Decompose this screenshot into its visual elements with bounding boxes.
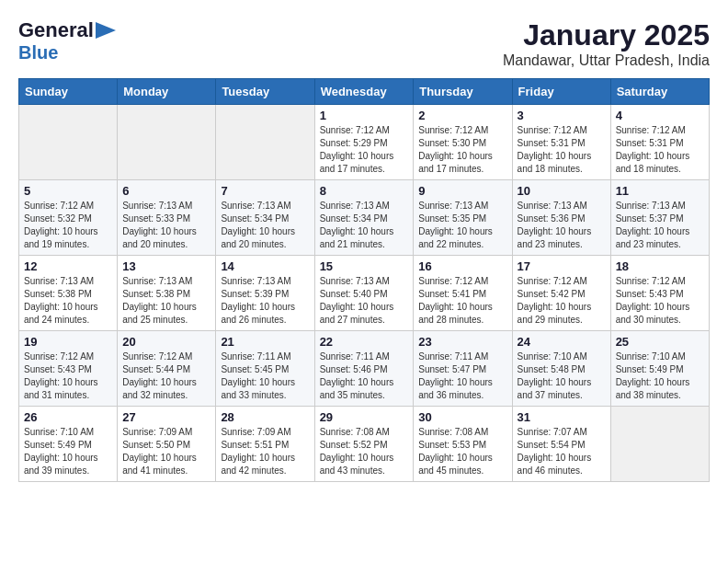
calendar-week-4: 19Sunrise: 7:12 AM Sunset: 5:43 PM Dayli…: [19, 331, 710, 407]
day-info: Sunrise: 7:10 AM Sunset: 5:48 PM Dayligh…: [518, 350, 606, 402]
calendar-cell: 10Sunrise: 7:13 AM Sunset: 5:36 PM Dayli…: [512, 180, 610, 256]
day-info: Sunrise: 7:13 AM Sunset: 5:39 PM Dayligh…: [221, 275, 309, 327]
calendar-cell: 4Sunrise: 7:12 AM Sunset: 5:31 PM Daylig…: [610, 105, 709, 180]
calendar-cell: 5Sunrise: 7:12 AM Sunset: 5:32 PM Daylig…: [19, 180, 118, 256]
day-number: 10: [518, 184, 606, 198]
calendar-cell: [610, 407, 709, 482]
day-info: Sunrise: 7:13 AM Sunset: 5:38 PM Dayligh…: [122, 275, 210, 327]
calendar-cell: 2Sunrise: 7:12 AM Sunset: 5:30 PM Daylig…: [414, 105, 512, 180]
calendar-week-5: 26Sunrise: 7:10 AM Sunset: 5:49 PM Dayli…: [19, 407, 710, 482]
calendar-cell: 26Sunrise: 7:10 AM Sunset: 5:49 PM Dayli…: [19, 407, 118, 482]
day-number: 1: [320, 109, 409, 122]
day-info: Sunrise: 7:08 AM Sunset: 5:52 PM Dayligh…: [320, 426, 409, 477]
day-number: 17: [518, 259, 606, 273]
calendar-cell: 22Sunrise: 7:11 AM Sunset: 5:46 PM Dayli…: [314, 331, 414, 407]
page-header: General Blue January 2025 Mandawar, Utta…: [18, 18, 710, 69]
day-number: 14: [221, 259, 309, 273]
calendar-cell: 1Sunrise: 7:12 AM Sunset: 5:29 PM Daylig…: [314, 105, 414, 180]
day-info: Sunrise: 7:13 AM Sunset: 5:34 PM Dayligh…: [221, 200, 309, 251]
day-info: Sunrise: 7:13 AM Sunset: 5:37 PM Dayligh…: [616, 200, 704, 251]
calendar-cell: 31Sunrise: 7:07 AM Sunset: 5:54 PM Dayli…: [512, 407, 610, 482]
day-number: 6: [122, 184, 210, 198]
calendar-cell: 27Sunrise: 7:09 AM Sunset: 5:50 PM Dayli…: [118, 407, 216, 482]
calendar-cell: 20Sunrise: 7:12 AM Sunset: 5:44 PM Dayli…: [118, 331, 216, 407]
logo: General Blue: [18, 18, 116, 63]
day-info: Sunrise: 7:13 AM Sunset: 5:40 PM Dayligh…: [320, 275, 409, 327]
day-info: Sunrise: 7:13 AM Sunset: 5:38 PM Dayligh…: [24, 275, 112, 327]
day-info: Sunrise: 7:12 AM Sunset: 5:43 PM Dayligh…: [616, 275, 704, 327]
day-info: Sunrise: 7:12 AM Sunset: 5:30 PM Dayligh…: [418, 124, 506, 176]
calendar-cell: 3Sunrise: 7:12 AM Sunset: 5:31 PM Daylig…: [512, 105, 610, 180]
weekday-header-thursday: Thursday: [414, 79, 512, 105]
calendar-cell: [19, 105, 118, 180]
calendar-week-2: 5Sunrise: 7:12 AM Sunset: 5:32 PM Daylig…: [19, 180, 710, 256]
calendar-cell: 6Sunrise: 7:13 AM Sunset: 5:33 PM Daylig…: [118, 180, 216, 256]
calendar-cell: 7Sunrise: 7:13 AM Sunset: 5:34 PM Daylig…: [216, 180, 314, 256]
calendar-cell: 28Sunrise: 7:09 AM Sunset: 5:51 PM Dayli…: [216, 407, 314, 482]
calendar-table: SundayMondayTuesdayWednesdayThursdayFrid…: [18, 78, 710, 482]
calendar-week-1: 1Sunrise: 7:12 AM Sunset: 5:29 PM Daylig…: [19, 105, 710, 180]
weekday-header-friday: Friday: [512, 79, 610, 105]
day-number: 28: [221, 410, 309, 424]
day-info: Sunrise: 7:11 AM Sunset: 5:46 PM Dayligh…: [320, 350, 409, 402]
calendar-cell: 19Sunrise: 7:12 AM Sunset: 5:43 PM Dayli…: [19, 331, 118, 407]
day-info: Sunrise: 7:10 AM Sunset: 5:49 PM Dayligh…: [616, 350, 704, 402]
day-number: 24: [518, 335, 606, 349]
day-info: Sunrise: 7:12 AM Sunset: 5:31 PM Dayligh…: [616, 124, 704, 176]
day-number: 23: [418, 335, 506, 349]
day-info: Sunrise: 7:12 AM Sunset: 5:29 PM Dayligh…: [320, 124, 409, 176]
day-info: Sunrise: 7:13 AM Sunset: 5:36 PM Dayligh…: [518, 200, 606, 251]
day-info: Sunrise: 7:12 AM Sunset: 5:43 PM Dayligh…: [24, 350, 112, 402]
day-number: 22: [320, 335, 409, 349]
day-number: 21: [221, 335, 309, 349]
calendar-cell: 16Sunrise: 7:12 AM Sunset: 5:41 PM Dayli…: [414, 256, 512, 331]
day-number: 19: [24, 335, 112, 349]
location-title: Mandawar, Uttar Pradesh, India: [503, 52, 710, 69]
title-section: January 2025 Mandawar, Uttar Pradesh, In…: [503, 18, 710, 69]
day-number: 2: [418, 109, 506, 122]
day-number: 29: [320, 410, 409, 424]
calendar-cell: 8Sunrise: 7:13 AM Sunset: 5:34 PM Daylig…: [314, 180, 414, 256]
logo-general-text: General: [18, 18, 94, 42]
svg-marker-0: [96, 22, 116, 39]
calendar-cell: 13Sunrise: 7:13 AM Sunset: 5:38 PM Dayli…: [118, 256, 216, 331]
day-info: Sunrise: 7:13 AM Sunset: 5:34 PM Dayligh…: [320, 200, 409, 251]
weekday-header-saturday: Saturday: [610, 79, 709, 105]
day-number: 18: [616, 259, 704, 273]
calendar-cell: 17Sunrise: 7:12 AM Sunset: 5:42 PM Dayli…: [512, 256, 610, 331]
day-info: Sunrise: 7:07 AM Sunset: 5:54 PM Dayligh…: [518, 426, 606, 477]
day-number: 11: [616, 184, 704, 198]
calendar-cell: 29Sunrise: 7:08 AM Sunset: 5:52 PM Dayli…: [314, 407, 414, 482]
day-number: 3: [518, 109, 606, 122]
day-number: 8: [320, 184, 409, 198]
day-info: Sunrise: 7:12 AM Sunset: 5:32 PM Dayligh…: [24, 200, 112, 251]
day-info: Sunrise: 7:08 AM Sunset: 5:53 PM Dayligh…: [418, 426, 506, 477]
day-number: 4: [616, 109, 704, 122]
calendar-cell: 25Sunrise: 7:10 AM Sunset: 5:49 PM Dayli…: [610, 331, 709, 407]
calendar-cell: 9Sunrise: 7:13 AM Sunset: 5:35 PM Daylig…: [414, 180, 512, 256]
weekday-header-monday: Monday: [118, 79, 216, 105]
day-number: 16: [418, 259, 506, 273]
calendar-cell: 23Sunrise: 7:11 AM Sunset: 5:47 PM Dayli…: [414, 331, 512, 407]
day-number: 9: [418, 184, 506, 198]
day-number: 13: [122, 259, 210, 273]
calendar-week-3: 12Sunrise: 7:13 AM Sunset: 5:38 PM Dayli…: [19, 256, 710, 331]
weekday-header-wednesday: Wednesday: [314, 79, 414, 105]
day-info: Sunrise: 7:11 AM Sunset: 5:45 PM Dayligh…: [221, 350, 309, 402]
day-number: 20: [122, 335, 210, 349]
calendar-cell: [118, 105, 216, 180]
calendar-cell: 14Sunrise: 7:13 AM Sunset: 5:39 PM Dayli…: [216, 256, 314, 331]
calendar-cell: 11Sunrise: 7:13 AM Sunset: 5:37 PM Dayli…: [610, 180, 709, 256]
day-info: Sunrise: 7:10 AM Sunset: 5:49 PM Dayligh…: [24, 426, 112, 477]
day-info: Sunrise: 7:12 AM Sunset: 5:41 PM Dayligh…: [418, 275, 506, 327]
day-number: 12: [24, 259, 112, 273]
logo-arrow-icon: [96, 22, 116, 39]
day-number: 7: [221, 184, 309, 198]
calendar-cell: 30Sunrise: 7:08 AM Sunset: 5:53 PM Dayli…: [414, 407, 512, 482]
day-info: Sunrise: 7:13 AM Sunset: 5:35 PM Dayligh…: [418, 200, 506, 251]
day-info: Sunrise: 7:09 AM Sunset: 5:50 PM Dayligh…: [122, 426, 210, 477]
calendar-cell: 12Sunrise: 7:13 AM Sunset: 5:38 PM Dayli…: [19, 256, 118, 331]
day-info: Sunrise: 7:12 AM Sunset: 5:31 PM Dayligh…: [518, 124, 606, 176]
calendar-cell: [216, 105, 314, 180]
day-number: 31: [518, 410, 606, 424]
